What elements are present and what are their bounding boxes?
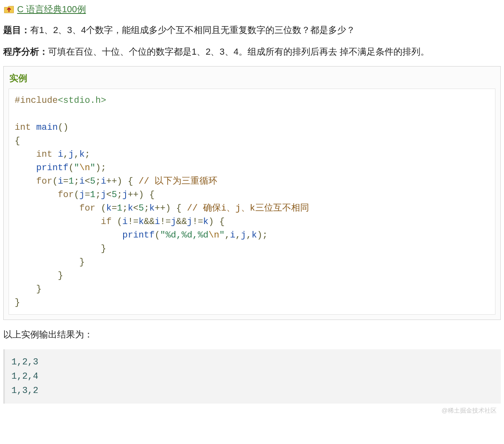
var-j: j: [79, 190, 84, 200]
var-k: k: [79, 149, 84, 160]
num-5: 5: [112, 190, 117, 200]
tok-header: <stdio.h>: [58, 95, 106, 106]
tok-for: for: [58, 190, 74, 200]
output-line: 1,3,2: [11, 386, 38, 396]
num-5: 5: [90, 176, 95, 186]
var-i: i: [79, 176, 84, 186]
problem-label: 题目：: [3, 25, 30, 35]
var-k: k: [139, 217, 144, 227]
var-j: j: [69, 149, 74, 160]
num-1: 1: [90, 190, 95, 200]
tok-for: for: [36, 176, 53, 186]
output-line: 1,2,4: [11, 371, 38, 382]
analysis-section: 程序分析：可填在百位、十位、个位的数字都是1、2、3、4。组成所有的排列后再去 …: [3, 44, 501, 59]
str-close: ": [90, 163, 95, 173]
analysis-text: 可填在百位、十位、个位的数字都是1、2、3、4。组成所有的排列后再去 掉不满足条…: [48, 47, 429, 57]
var-k: k: [149, 203, 155, 213]
tok-printf: printf: [36, 163, 69, 173]
breadcrumb: C 语言经典100例: [3, 3, 501, 16]
var-k: k: [106, 203, 111, 213]
tok-if: if: [101, 217, 111, 227]
nav-link-c100[interactable]: C 语言经典100例: [17, 3, 86, 16]
var-j: j: [122, 190, 128, 200]
var-j: j: [241, 230, 246, 240]
problem-section: 题目：有1、2、3、4个数字，能组成多少个互不相同且无重复数字的三位数？都是多少…: [3, 23, 501, 37]
var-k: k: [128, 203, 133, 213]
tok-include: #include: [15, 95, 58, 106]
str-fmt-close: ": [219, 230, 225, 240]
str-open: ": [74, 163, 79, 173]
num-1: 1: [69, 176, 74, 186]
var-j: j: [171, 217, 176, 227]
output-label: 以上实例输出结果为：: [3, 327, 501, 342]
var-j: j: [101, 190, 106, 200]
example-title: 实例: [9, 72, 495, 84]
var-i: i: [101, 176, 106, 186]
var-i: i: [155, 217, 160, 227]
folder-up-icon: [3, 4, 15, 15]
str-fmt-open: "%d,%d,%d: [160, 230, 208, 240]
tok-int: int: [36, 149, 53, 160]
tok-int: int: [15, 122, 31, 133]
example-panel: 实例 #include<stdio.h> int main() { int i,…: [3, 66, 501, 320]
output-line: 1,2,3: [11, 357, 38, 367]
str-fmt-esc: \n: [208, 230, 219, 240]
var-i: i: [122, 217, 128, 227]
tok-printf: printf: [122, 230, 155, 240]
var-k: k: [203, 217, 208, 227]
comment-2: // 确保i、j、k三位互不相同: [187, 203, 309, 213]
num-1: 1: [117, 203, 122, 213]
num-5: 5: [139, 203, 144, 213]
problem-text: 有1、2、3、4个数字，能组成多少个互不相同且无重复数字的三位数？都是多少？: [30, 25, 355, 35]
var-i: i: [58, 176, 63, 186]
tok-main: main: [36, 122, 58, 133]
str-esc: \n: [79, 163, 90, 173]
var-i: i: [58, 149, 63, 160]
output-block: 1,2,3 1,2,4 1,3,2: [3, 349, 501, 404]
code-block: #include<stdio.h> int main() { int i,j,k…: [9, 89, 495, 315]
var-i: i: [230, 230, 235, 240]
tok-for: for: [79, 203, 95, 213]
var-j: j: [187, 217, 192, 227]
comment-1: // 以下为三重循环: [139, 176, 218, 186]
var-k: k: [252, 230, 257, 240]
analysis-label: 程序分析：: [3, 47, 48, 57]
